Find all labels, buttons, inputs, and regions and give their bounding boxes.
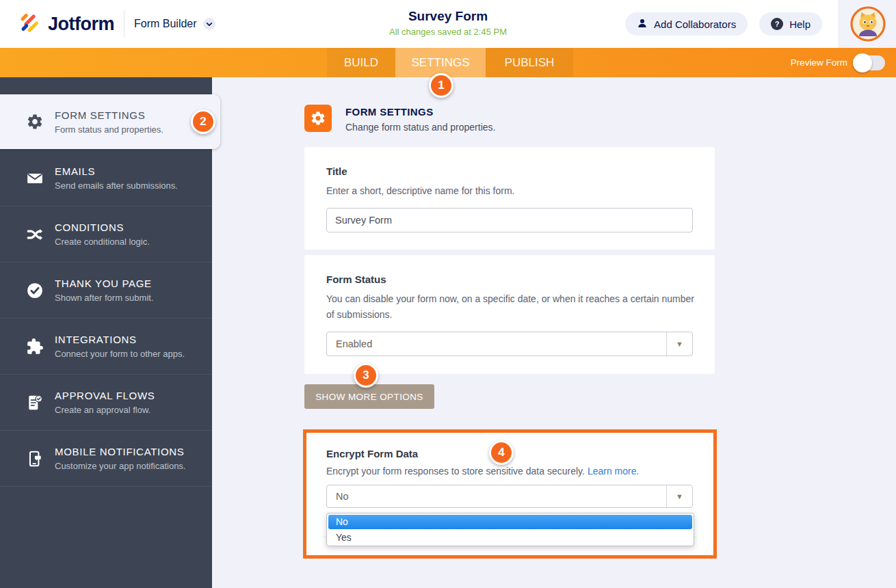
- annotation-step-4: 4: [489, 440, 514, 465]
- title-label: Title: [326, 165, 693, 177]
- sidebar-item-desc: Create conditional logic.: [55, 237, 150, 247]
- show-more-options-button[interactable]: SHOW MORE OPTIONS: [304, 384, 434, 409]
- sidebar-item-conditions[interactable]: CONDITIONS Create conditional logic.: [0, 206, 212, 263]
- dropdown-option-yes[interactable]: Yes: [327, 531, 694, 544]
- sidebar-item-emails[interactable]: EMAILS Send emails after submissions.: [0, 150, 212, 206]
- add-collaborators-button[interactable]: Add Collaborators: [625, 12, 748, 36]
- sidebar-item-label: APPROVAL FLOWS: [55, 390, 155, 401]
- sidebar-item-desc: Shown after form submit.: [55, 293, 154, 303]
- sidebar-item-desc: Send emails after submissions.: [55, 181, 178, 191]
- dropdown-option-no[interactable]: No: [328, 515, 692, 529]
- tab-build[interactable]: BUILD: [327, 48, 395, 77]
- section-desc: Change form status and properties.: [345, 122, 495, 133]
- encrypt-value: No: [327, 485, 666, 507]
- sidebar-item-desc: Connect your form to other apps.: [55, 349, 185, 359]
- title-card: Title Enter a short, descriptive name fo…: [304, 147, 715, 250]
- form-settings-icon: [304, 105, 332, 132]
- sidebar-item-label: INTEGRATIONS: [55, 334, 185, 345]
- sidebar-item-mobile-notifications[interactable]: MOBILE NOTIFICATIONS Customize your app …: [0, 431, 212, 487]
- form-title-input[interactable]: [326, 208, 693, 232]
- sidebar-item-label: CONDITIONS: [55, 222, 150, 233]
- toggle-knob: [853, 53, 872, 72]
- help-label: Help: [789, 18, 811, 30]
- section-title: FORM SETTINGS: [345, 106, 495, 118]
- form-status-label: Form Status: [326, 273, 693, 285]
- help-button[interactable]: ? Help: [759, 12, 822, 36]
- jotform-logo[interactable]: Jotform: [18, 11, 114, 37]
- sidebar-item-integrations[interactable]: INTEGRATIONS Connect your form to other …: [0, 319, 212, 375]
- shuffle-icon: [26, 226, 44, 243]
- brand-wordmark: Jotform: [48, 14, 114, 35]
- preview-form-label: Preview Form: [791, 57, 847, 68]
- annotation-step-2: 2: [191, 109, 215, 134]
- sidebar-item-desc: Create an approval flow.: [55, 405, 155, 415]
- check-circle-icon: [26, 282, 44, 299]
- sidebar-item-desc: Customize your app notifications.: [55, 461, 185, 471]
- tab-publish[interactable]: PUBLISH: [486, 48, 573, 77]
- form-title[interactable]: Survey Form: [389, 9, 507, 24]
- sidebar-item-label: MOBILE NOTIFICATIONS: [55, 446, 185, 457]
- avatar-zone: [839, 0, 896, 48]
- form-status-value: Enabled: [327, 332, 666, 356]
- learn-more-link[interactable]: Learn more.: [588, 466, 639, 477]
- form-status-select[interactable]: Enabled ▼: [326, 332, 693, 356]
- sidebar-item-thank-you-page[interactable]: THANK YOU PAGE Shown after form submit.: [0, 263, 212, 319]
- settings-content: FORM SETTINGS Change form status and pro…: [212, 77, 896, 588]
- gear-icon: [26, 113, 44, 131]
- title-desc: Enter a short, descriptive name for this…: [326, 183, 693, 199]
- annotation-step-1: 1: [429, 73, 453, 98]
- preview-form-toggle[interactable]: [855, 55, 885, 70]
- question-icon: ?: [771, 18, 783, 30]
- sidebar-item-approval-flows[interactable]: APPROVAL FLOWS Create an approval flow.: [0, 375, 212, 431]
- form-builder-menu[interactable]: Form Builder: [134, 18, 215, 30]
- chevron-down-icon: [203, 18, 215, 30]
- form-status-card: Form Status You can disable your form no…: [304, 255, 715, 374]
- dropdown-arrow-icon: ▼: [666, 332, 692, 356]
- person-icon: [637, 18, 648, 31]
- save-status: All changes saved at 2:45 PM: [389, 27, 507, 37]
- add-collaborators-label: Add Collaborators: [654, 18, 736, 30]
- form-status-desc: You can disable your form now, on a spec…: [326, 291, 696, 323]
- sidebar-item-label: THANK YOU PAGE: [55, 278, 154, 289]
- product-label: Form Builder: [134, 18, 197, 30]
- avatar[interactable]: [850, 6, 886, 42]
- top-header: Jotform Form Builder Survey Form All cha…: [0, 0, 896, 48]
- settings-sidebar: FORM SETTINGS Form status and properties…: [0, 77, 212, 588]
- encrypt-desc: Encrypt your form responses to store sen…: [326, 466, 585, 477]
- sidebar-item-desc: Form status and properties.: [55, 124, 163, 135]
- puzzle-icon: [26, 338, 44, 356]
- encrypt-select[interactable]: No ▼: [326, 485, 693, 508]
- sidebar-item-label: EMAILS: [55, 165, 178, 177]
- header-divider: [124, 10, 124, 38]
- builder-nav: BUILD SETTINGS PUBLISH Preview Form: [0, 48, 896, 77]
- jotform-logo-icon: [18, 11, 41, 37]
- dropdown-arrow-icon: ▼: [666, 485, 692, 507]
- sidebar-item-form-settings[interactable]: FORM SETTINGS Form status and properties…: [0, 94, 220, 149]
- approval-doc-icon: [26, 394, 44, 412]
- sidebar-item-label: FORM SETTINGS: [55, 109, 163, 121]
- encrypt-dropdown-list: No Yes: [326, 513, 694, 546]
- mobile-phone-icon: [26, 450, 44, 468]
- encrypt-label: Encrypt Form Data: [326, 448, 713, 459]
- envelope-icon: [26, 170, 44, 187]
- annotation-step-3: 3: [354, 363, 378, 388]
- jotform-form-builder: Jotform Form Builder Survey Form All cha…: [0, 0, 896, 588]
